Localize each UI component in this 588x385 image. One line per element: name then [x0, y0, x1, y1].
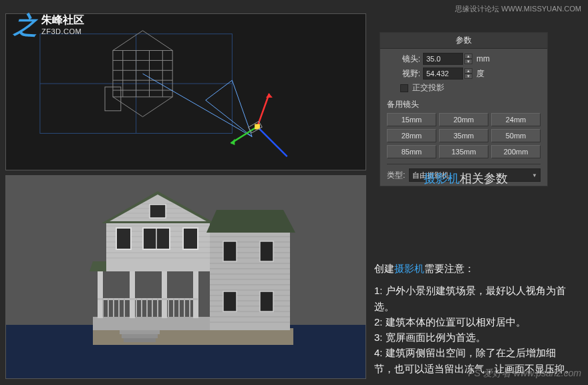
- logo-url-text: ZF3D.COM: [41, 27, 84, 35]
- svg-rect-53: [116, 228, 131, 249]
- svg-line-13: [143, 74, 253, 136]
- svg-rect-89: [124, 338, 156, 342]
- preset-15mm[interactable]: 15mm: [387, 113, 436, 126]
- fov-spinner[interactable]: ▲ ▼: [464, 68, 472, 79]
- logo-cn-text: 朱峰社区: [41, 13, 84, 27]
- svg-rect-27: [193, 271, 198, 318]
- lens-preset-grid: 15mm 20mm 24mm 28mm 35mm 50mm 85mm 135mm…: [387, 113, 541, 158]
- ortho-label: 正交投影: [412, 82, 444, 94]
- svg-rect-25: [130, 271, 135, 318]
- svg-rect-85: [260, 291, 273, 311]
- note-line-3: 3: 宽屏画面比例为首选。: [374, 330, 575, 345]
- fov-input[interactable]: [423, 68, 463, 80]
- note-line-2: 2: 建筑本体的位置可以相对居中。: [374, 314, 575, 330]
- caption-highlight: 摄影机: [424, 172, 460, 185]
- lens-input[interactable]: [423, 53, 463, 65]
- svg-line-14: [257, 127, 287, 157]
- svg-marker-17: [266, 94, 273, 98]
- preset-20mm[interactable]: 20mm: [439, 113, 488, 126]
- svg-rect-84: [223, 291, 237, 311]
- panel-title: 参数: [380, 33, 547, 49]
- viewport-perspective-render[interactable]: [5, 175, 366, 379]
- svg-rect-83: [260, 241, 273, 261]
- tutorial-notes: 创建摄影机需要注意： 1: 户外小景别建筑场景，最好以人视角为首选。 2: 建筑…: [374, 261, 575, 376]
- svg-rect-63: [150, 205, 166, 218]
- svg-rect-24: [98, 271, 103, 318]
- note-line-1: 1: 户外小景别建筑场景，最好以人视角为首选。: [374, 283, 575, 314]
- spinner-down-icon[interactable]: ▼: [464, 59, 472, 64]
- svg-rect-82: [223, 241, 237, 261]
- ortho-row: 正交投影: [387, 82, 541, 94]
- lens-spinner[interactable]: ▲ ▼: [464, 53, 472, 64]
- preset-28mm[interactable]: 28mm: [387, 129, 436, 142]
- ortho-checkbox[interactable]: [400, 84, 408, 92]
- lens-row: 镜头: ▲ ▼ mm: [387, 53, 541, 65]
- preset-135mm[interactable]: 135mm: [439, 145, 488, 158]
- type-label: 类型:: [387, 170, 405, 181]
- camera-params-panel: 参数 镜头: ▲ ▼ mm 视野: ▲ ▼ 度 正交投影 备用镜头 15mm: [380, 32, 548, 186]
- brand-logo: 之 朱峰社区 ZF3D.COM: [13, 13, 84, 37]
- lens-label: 镜头:: [387, 53, 420, 65]
- bottom-watermark: PS 爱好者 www.psahz.com: [468, 368, 581, 380]
- fov-row: 视野: ▲ ▼ 度: [387, 68, 541, 80]
- spinner-up-icon[interactable]: ▲: [464, 53, 472, 59]
- preset-24mm[interactable]: 24mm: [491, 113, 541, 126]
- preset-35mm[interactable]: 35mm: [439, 129, 488, 142]
- svg-rect-23: [93, 317, 210, 330]
- fov-unit: 度: [476, 68, 484, 80]
- svg-marker-86: [206, 210, 295, 233]
- fov-label: 视野:: [387, 68, 420, 80]
- preset-200mm[interactable]: 200mm: [491, 145, 541, 158]
- svg-rect-64: [210, 231, 290, 330]
- logo-glyph: 之: [13, 13, 37, 37]
- panel-caption: 摄影机相关参数: [424, 170, 508, 186]
- svg-rect-56: [183, 228, 198, 249]
- lens-unit: mm: [476, 54, 490, 63]
- stock-lenses-label: 备用镜头: [387, 99, 541, 110]
- preset-85mm[interactable]: 85mm: [387, 145, 436, 158]
- svg-rect-26: [162, 271, 167, 318]
- house-render: [83, 191, 297, 348]
- svg-rect-88: [122, 334, 158, 338]
- spinner-down-icon[interactable]: ▼: [464, 74, 472, 79]
- chevron-down-icon: ▼: [532, 172, 537, 178]
- svg-rect-87: [120, 330, 160, 334]
- top-watermark: 思缘设计论坛 WWW.MISSYUAN.COM: [455, 4, 581, 14]
- notes-highlight: 摄影机: [394, 263, 424, 274]
- preset-50mm[interactable]: 50mm: [491, 129, 541, 142]
- spinner-up-icon[interactable]: ▲: [464, 68, 472, 74]
